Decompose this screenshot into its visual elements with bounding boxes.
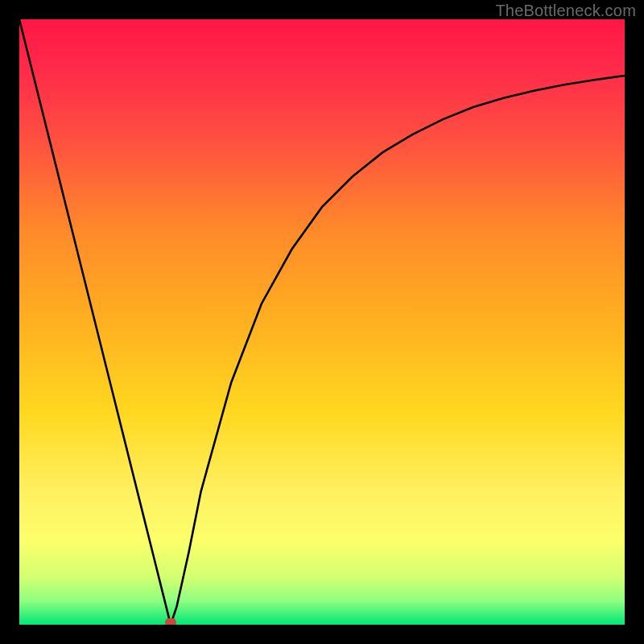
plot-area [19, 19, 625, 625]
curve-layer [19, 19, 625, 625]
optimal-marker [165, 618, 176, 625]
attribution-text: TheBottleneck.com [495, 2, 636, 20]
chart-frame: TheBottleneck.com [0, 0, 644, 644]
bottleneck-curve [19, 19, 625, 625]
